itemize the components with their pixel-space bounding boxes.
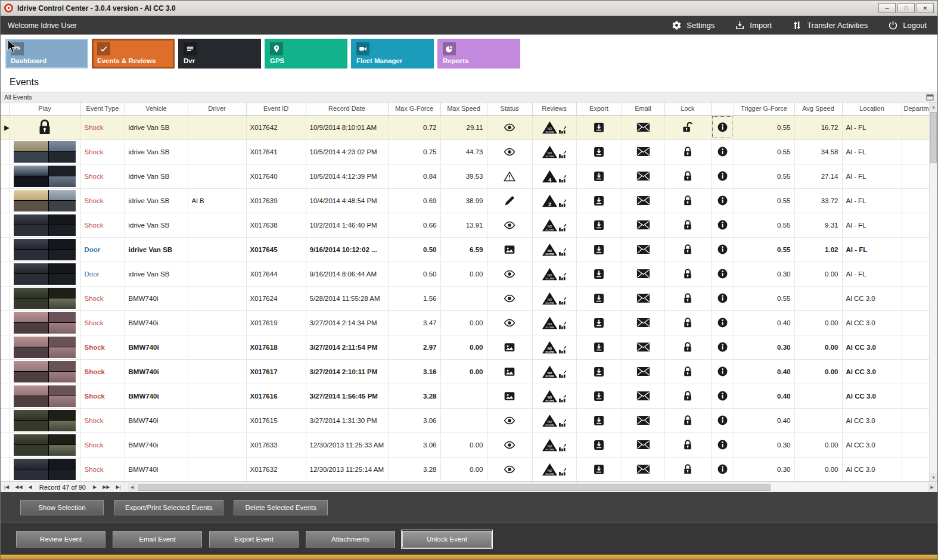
info-icon[interactable] bbox=[717, 170, 728, 182]
export-cell[interactable] bbox=[576, 433, 622, 457]
eye-icon[interactable] bbox=[504, 146, 515, 158]
table-row[interactable]: ShockBMW740iX0176173/27/2014 2:10:11 PM3… bbox=[1, 359, 930, 384]
reviews-cell[interactable]: 2 bbox=[532, 188, 576, 213]
locked-icon[interactable] bbox=[682, 268, 694, 280]
play-cell[interactable] bbox=[9, 213, 80, 237]
column-header[interactable]: Location bbox=[842, 102, 902, 115]
export-cell[interactable] bbox=[576, 188, 622, 213]
column-header[interactable]: Play bbox=[9, 102, 80, 115]
reviews-cell[interactable]: NOSCORE bbox=[532, 286, 576, 310]
attachments-button[interactable]: Attachments bbox=[306, 531, 395, 547]
info-cell[interactable] bbox=[711, 384, 734, 408]
export-icon[interactable] bbox=[593, 415, 605, 427]
prev-record-button[interactable]: ◀ bbox=[26, 484, 35, 490]
column-header[interactable]: Vehicle bbox=[125, 102, 188, 115]
export-cell[interactable] bbox=[576, 384, 622, 408]
export-icon[interactable] bbox=[593, 366, 605, 378]
info-icon[interactable] bbox=[717, 244, 728, 255]
lock-cell[interactable] bbox=[664, 408, 711, 433]
scrollbar-track[interactable] bbox=[136, 483, 928, 491]
play-cell[interactable] bbox=[9, 115, 80, 139]
export-print-selected-events-button[interactable]: Export/Print Selected Events bbox=[114, 500, 223, 515]
lock-cell[interactable] bbox=[664, 139, 711, 164]
lock-cell[interactable] bbox=[664, 286, 711, 310]
info-cell[interactable] bbox=[711, 115, 734, 139]
image-icon[interactable] bbox=[504, 341, 515, 353]
stats-icon[interactable] bbox=[558, 296, 567, 306]
info-cell[interactable] bbox=[711, 188, 734, 213]
reviews-cell[interactable]: NOSCORE bbox=[532, 115, 576, 139]
review-score-icon[interactable]: NOSCORE bbox=[542, 218, 558, 232]
email-cell[interactable] bbox=[622, 384, 664, 408]
export-icon[interactable] bbox=[593, 268, 605, 280]
review-score-icon[interactable]: NOSCORE bbox=[542, 462, 558, 477]
export-icon[interactable] bbox=[593, 390, 605, 402]
export-event-button[interactable]: Export Event bbox=[209, 531, 299, 547]
locked-icon[interactable] bbox=[682, 195, 694, 207]
locked-icon[interactable] bbox=[682, 341, 694, 353]
maximize-grid-icon[interactable] bbox=[926, 94, 934, 101]
review-score-icon[interactable]: NOSCORE bbox=[542, 120, 558, 135]
play-cell[interactable] bbox=[9, 286, 80, 310]
status-cell[interactable] bbox=[487, 164, 532, 188]
column-header[interactable]: Max Speed bbox=[440, 102, 487, 115]
info-cell[interactable] bbox=[711, 408, 734, 433]
unlock-event-button[interactable]: Unlock Event bbox=[402, 531, 492, 547]
export-icon[interactable] bbox=[593, 170, 605, 182]
column-header[interactable]: Driver bbox=[188, 102, 246, 115]
status-cell[interactable] bbox=[487, 335, 532, 359]
image-icon[interactable] bbox=[504, 390, 515, 402]
column-header[interactable]: Email bbox=[622, 102, 664, 115]
locked-icon[interactable] bbox=[682, 146, 694, 158]
play-cell[interactable] bbox=[9, 310, 80, 335]
info-cell[interactable] bbox=[711, 164, 734, 188]
play-cell[interactable] bbox=[9, 164, 80, 188]
pencil-icon[interactable] bbox=[504, 195, 515, 207]
image-icon[interactable] bbox=[504, 366, 515, 378]
email-icon[interactable] bbox=[636, 391, 650, 401]
table-row[interactable]: ShockBMW740iX0176153/27/2014 1:31:30 PM3… bbox=[1, 408, 930, 433]
table-row[interactable]: ShockBMW740iX0176193/27/2014 2:14:34 PM3… bbox=[1, 310, 930, 335]
tile-dashboard[interactable]: Dashboard bbox=[5, 39, 88, 69]
lock-cell[interactable] bbox=[664, 433, 711, 457]
reviews-cell[interactable]: 4 bbox=[532, 164, 576, 188]
info-icon[interactable] bbox=[717, 146, 728, 157]
lock-cell[interactable] bbox=[664, 457, 711, 481]
horizontal-scrollbar[interactable]: ◀ ▶ bbox=[128, 483, 936, 491]
show-selection-button[interactable]: Show Selection bbox=[20, 500, 104, 515]
export-cell[interactable] bbox=[576, 335, 622, 359]
reviews-cell[interactable]: NOSCORE bbox=[532, 310, 576, 335]
table-row[interactable]: ▶Shockidrive Van SBX01764210/9/2014 8:10… bbox=[1, 115, 930, 139]
table-row[interactable]: Shockidrive Van SBX01764110/5/2014 4:23:… bbox=[1, 139, 930, 164]
status-cell[interactable] bbox=[487, 237, 532, 262]
review-score-icon[interactable]: 4 bbox=[542, 169, 558, 183]
scrollbar-track[interactable] bbox=[930, 111, 937, 473]
review-score-icon[interactable]: NOSCORE bbox=[542, 413, 558, 428]
locked-icon[interactable] bbox=[682, 439, 694, 451]
eye-icon[interactable] bbox=[504, 293, 515, 304]
reviews-cell[interactable]: NOSCORE bbox=[532, 359, 576, 384]
review-score-icon[interactable]: NOSCORE bbox=[542, 438, 558, 452]
unlocked-icon[interactable] bbox=[682, 122, 694, 133]
status-cell[interactable] bbox=[487, 139, 532, 164]
column-header[interactable]: Event Type bbox=[80, 102, 125, 115]
play-cell[interactable] bbox=[9, 457, 80, 481]
info-cell[interactable] bbox=[711, 457, 734, 481]
info-cell[interactable] bbox=[711, 335, 734, 359]
export-cell[interactable] bbox=[576, 310, 622, 335]
review-score-icon[interactable]: NOSCORE bbox=[542, 145, 558, 159]
review-score-icon[interactable]: 2 bbox=[542, 194, 558, 208]
tile-events[interactable]: Events & Reviews bbox=[92, 39, 175, 69]
tile-reports[interactable]: Reports bbox=[437, 39, 520, 69]
export-icon[interactable] bbox=[593, 195, 605, 207]
info-icon[interactable] bbox=[717, 268, 728, 279]
column-header[interactable]: Record Date bbox=[306, 102, 388, 115]
stats-icon[interactable] bbox=[558, 198, 567, 208]
info-cell[interactable] bbox=[711, 433, 734, 457]
settings-button[interactable]: Settings bbox=[672, 20, 715, 30]
table-row[interactable]: ShockBMW740iX0176163/27/2014 1:56:45 PM3… bbox=[1, 384, 930, 408]
review-score-icon[interactable]: NOSCORE bbox=[542, 316, 558, 330]
status-cell[interactable] bbox=[487, 310, 532, 335]
export-cell[interactable] bbox=[576, 359, 622, 384]
info-cell[interactable] bbox=[711, 237, 734, 262]
